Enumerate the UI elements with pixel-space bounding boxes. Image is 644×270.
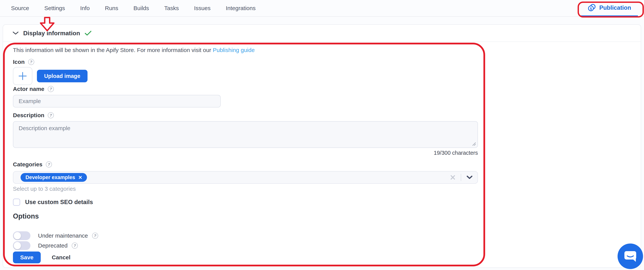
form-actions: Save Cancel [13,251,70,263]
tab-integrations[interactable]: Integrations [226,5,256,12]
seo-checkbox[interactable] [13,199,20,206]
description-label: Description [13,112,44,118]
category-tag: Developer examples [20,173,87,182]
under-maintenance-row: Under maintenance ? [13,231,98,240]
tab-info[interactable]: Info [80,5,90,12]
intro-text: This information will be shown in the Ap… [13,47,255,53]
description-label-row: Description ? [13,112,54,118]
help-icon[interactable]: ? [48,112,54,118]
tab-builds[interactable]: Builds [134,5,149,12]
tab-settings[interactable]: Settings [44,5,65,12]
help-icon[interactable]: ? [72,242,78,249]
intro-text-body: This information will be shown in the Ap… [13,47,213,53]
actor-name-label-row: Actor name ? [13,86,54,92]
tab-publication[interactable]: $ Publication [581,0,638,17]
categories-hint: Select up to 3 categories [13,186,76,192]
tab-runs[interactable]: Runs [105,5,118,12]
help-icon[interactable]: ? [46,161,52,168]
categories-label: Categories [13,161,42,168]
options-heading: Options [13,212,39,220]
description-field: Description example [13,121,478,148]
seo-checkbox-label[interactable]: Use custom SEO details [25,199,93,206]
actor-name-input[interactable] [13,95,221,107]
display-information-header[interactable]: Display information [3,25,641,42]
categories-select[interactable]: Developer examples [13,171,478,184]
actor-name-label: Actor name [13,86,44,92]
clear-selection-icon[interactable] [450,175,456,180]
character-counter: 19/300 characters [13,150,478,156]
monetization-coins-icon: $ [588,4,596,12]
publishing-guide-link[interactable]: Publishing guide [213,47,254,53]
tab-tasks[interactable]: Tasks [164,5,179,12]
help-icon[interactable]: ? [48,86,54,92]
tab-issues[interactable]: Issues [194,5,210,12]
select-divider [461,174,461,181]
save-button[interactable]: Save [13,251,41,263]
icon-upload-dropzone[interactable] [13,67,32,85]
category-tag-label: Developer examples [26,175,75,180]
upload-image-button[interactable]: Upload image [37,70,88,82]
help-icon[interactable]: ? [92,233,98,239]
toggle-knob [14,232,21,239]
deprecated-label: Deprecated [38,242,68,249]
under-maintenance-label: Under maintenance [38,232,88,239]
section-title: Display information [23,30,80,37]
categories-label-row: Categories ? [13,161,52,168]
seo-checkbox-row: Use custom SEO details [13,199,93,206]
icon-label: Icon [13,59,25,65]
description-textarea[interactable]: Description example [13,121,478,148]
under-maintenance-toggle[interactable] [13,231,30,240]
help-icon[interactable]: ? [28,59,34,65]
deprecated-row: Deprecated ? [13,241,78,250]
svg-text:$: $ [590,7,592,11]
tab-bar: Source Settings Info Runs Builds Tasks I… [0,0,644,17]
dropdown-chevron-icon[interactable] [466,176,472,179]
chat-launcher-button[interactable] [618,243,643,269]
tab-publication-label: Publication [599,4,631,11]
toggle-knob [14,242,21,249]
plus-icon [18,71,27,81]
publication-card: Display information This information wil… [3,24,641,268]
cancel-button[interactable]: Cancel [52,254,70,261]
chat-icon [624,250,636,262]
tab-source[interactable]: Source [11,5,29,12]
checkmark-icon [85,31,92,36]
chevron-down-icon [12,32,19,35]
icon-field-label-row: Icon ? [13,59,34,65]
remove-tag-icon[interactable] [78,176,82,179]
deprecated-toggle[interactable] [13,241,30,250]
